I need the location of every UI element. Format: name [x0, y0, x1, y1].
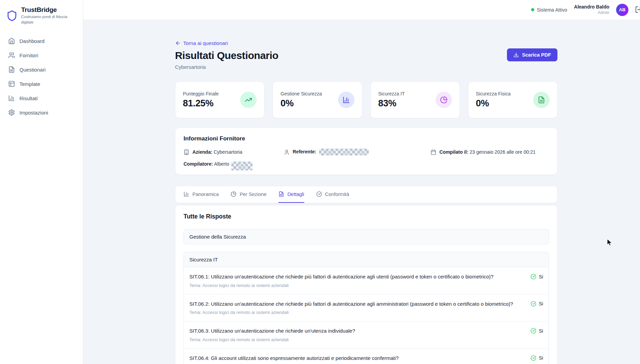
answer-value: Si [539, 274, 543, 279]
supplier-compilatore: Compilatore: Alberto [184, 161, 284, 167]
supplier-info-title: Informazioni Fornitore [184, 135, 549, 142]
sidebar-item-label: Template [19, 81, 40, 87]
brand-name: TrustBridge [21, 6, 74, 14]
question-row: SIT.06.4: Gli account utilizzati sono es… [184, 348, 549, 364]
bar-chart-icon [8, 95, 15, 102]
stat-value: 0% [476, 98, 511, 109]
tabs-bar: Panoramica Per Sezione Dettagli Conformi… [175, 186, 557, 203]
brand-tagline: Costruiamo ponti di fiducia digitale [21, 14, 74, 25]
check-circle-icon [530, 328, 536, 334]
pie-chart-icon [231, 191, 236, 197]
user-icon [284, 149, 290, 155]
bar-chart-icon [184, 191, 189, 197]
arrow-left-icon [175, 40, 181, 46]
back-link-label: Torna ai questionari [183, 40, 228, 46]
logout-icon [635, 6, 640, 13]
answer-badge: Si [530, 301, 543, 307]
compilatore-value-redacted [231, 162, 252, 170]
logout-button[interactable] [635, 6, 640, 13]
compilatore-value: Alberto [214, 161, 229, 167]
answer-value: Si [539, 301, 543, 306]
tab-label: Panoramica [192, 192, 219, 197]
page-title: Risultati Questionario [175, 50, 278, 61]
supplier-compilato-il: Compilato il: 23 gennaio 2026 alle ore 0… [431, 149, 549, 155]
sidebar-item-risultati[interactable]: Risultati [5, 92, 78, 104]
answer-badge: Si [530, 273, 543, 279]
system-status: Sistema Attivo [531, 7, 567, 13]
stat-value: 83% [378, 98, 405, 109]
sidebar-item-label: Impostazioni [19, 110, 48, 116]
user-block: Aleandro Baldo Admin [574, 4, 609, 15]
layout-icon [8, 80, 15, 87]
user-name: Aleandro Baldo [574, 4, 609, 10]
supplier-info-card: Informazioni Fornitore Azienda: Cybersar… [175, 127, 557, 175]
topbar: Sistema Attivo Aleandro Baldo Admin AB [83, 0, 640, 19]
users-icon [8, 52, 15, 59]
compilato-label: Compilato il: [439, 149, 468, 155]
stat-value: 0% [280, 98, 322, 109]
sidebar-item-label: Dashboard [19, 38, 44, 44]
building-icon [184, 149, 189, 155]
tab-conformita[interactable]: Conformità [316, 186, 349, 203]
question-text: SIT.06.3: Utilizzano un'autenticazione c… [189, 328, 355, 334]
question-row: SIT.06.2: Utilizzano un'autenticazione c… [184, 294, 549, 321]
answer-badge: Si [530, 355, 543, 361]
file-text-icon [533, 92, 550, 108]
status-label: Sistema Attivo [537, 7, 567, 13]
group-header[interactable]: Gestione della Sicurezza [184, 229, 549, 244]
question-text: SIT.06.4: Gli account utilizzati sono es… [189, 355, 399, 362]
group-header[interactable]: Sicurezza IT [184, 252, 549, 267]
stat-label: Punteggio Finale [183, 91, 219, 96]
referente-label: Referente: [293, 149, 316, 154]
sidebar-item-fornitori[interactable]: Fornitori [5, 49, 78, 61]
status-dot [531, 8, 534, 11]
answer-badge: Si [530, 328, 543, 334]
referente-value-redacted [319, 149, 369, 155]
sidebar-item-questionari[interactable]: Questionari [5, 64, 78, 75]
question-tema: Tema: Accessi logici da remoto ai sistem… [189, 337, 355, 342]
tab-per-sezione[interactable]: Per Sezione [231, 186, 266, 203]
stat-card-sicurezza-it: Sicurezza IT 83% [370, 81, 460, 118]
page-subtitle: Cybersartoria [175, 64, 278, 70]
back-link[interactable]: Torna ai questionari [175, 40, 278, 46]
sidebar-item-dashboard[interactable]: Dashboard [5, 35, 78, 47]
compilatore-label: Compilatore: [184, 161, 213, 167]
avatar[interactable]: AB [616, 4, 628, 16]
sidebar: TrustBridge Costruiamo ponti di fiducia … [0, 0, 83, 364]
tab-label: Per Sezione [239, 192, 266, 197]
stat-label: Gestione Sicurezza [280, 91, 322, 96]
sidebar-item-label: Questionari [19, 67, 46, 73]
file-text-icon [8, 66, 15, 73]
stat-label: Sicurezza Fisica [476, 91, 511, 96]
check-circle-icon [530, 355, 536, 361]
question-tema: Tema: Accessi logici da remoto ai sistem… [189, 283, 494, 288]
gear-icon [8, 109, 15, 116]
tab-label: Dettagli [287, 192, 304, 197]
answer-value: Si [539, 355, 543, 361]
download-pdf-label: Scarica PDF [522, 52, 551, 58]
tab-label: Conformità [325, 192, 349, 197]
sidebar-nav: Dashboard Fornitori Questionari Template… [5, 35, 78, 118]
bar-chart-icon [338, 92, 354, 108]
tab-panoramica[interactable]: Panoramica [184, 186, 219, 203]
sidebar-item-impostazioni[interactable]: Impostazioni [5, 107, 78, 118]
calendar-icon [431, 149, 436, 155]
supplier-referente: Referente: [284, 149, 431, 155]
question-text: SIT.06.2: Utilizzano un'autenticazione c… [189, 301, 513, 307]
sidebar-item-template[interactable]: Template [5, 78, 78, 90]
download-pdf-button[interactable]: Scarica PDF [507, 48, 557, 61]
supplier-azienda: Azienda: Cybersartoria [184, 149, 284, 155]
question-text: SIT.06.1: Utilizzano un'autenticazione c… [189, 273, 494, 280]
check-circle-icon [530, 301, 536, 307]
user-role: Admin [574, 10, 609, 15]
check-circle-icon [530, 274, 536, 279]
compilato-value: 23 gennaio 2026 alle ore 00:21 [470, 149, 536, 155]
check-circle-icon [316, 191, 322, 197]
stat-card-sicurezza-fisica: Sicurezza Fisica 0% [468, 81, 557, 118]
tab-dettagli[interactable]: Dettagli [278, 186, 304, 203]
stat-card-gestione-sicurezza: Gestione Sicurezza 0% [273, 81, 362, 118]
answers-title: Tutte le Risposte [184, 213, 549, 220]
pie-chart-icon [436, 92, 452, 108]
sidebar-item-label: Fornitori [19, 52, 38, 58]
azienda-value: Cybersartoria [214, 149, 242, 155]
